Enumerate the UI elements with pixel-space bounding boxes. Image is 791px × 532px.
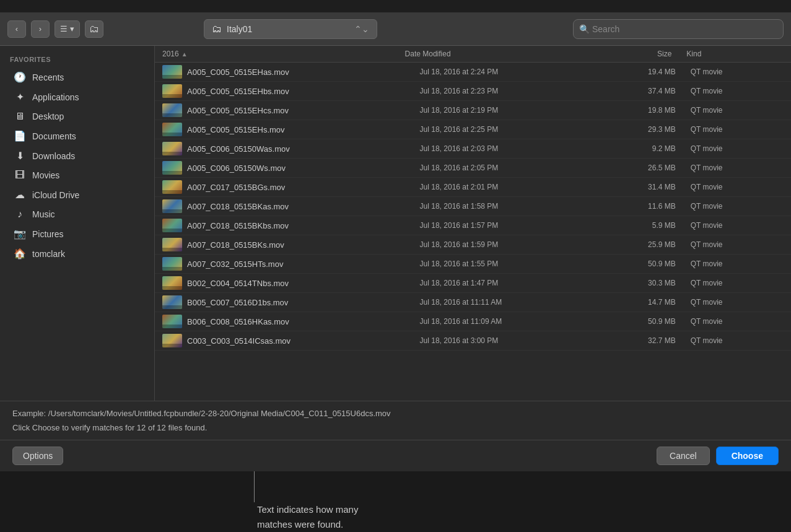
- sidebar-item-label: Recents: [32, 72, 64, 82]
- table-row[interactable]: B005_C007_0516D1bs.mov Jul 18, 2016 at 1…: [155, 293, 791, 312]
- file-kind: QT movie: [676, 125, 784, 134]
- file-thumbnail: [162, 103, 182, 117]
- sidebar-item-documents[interactable]: 📄 Documents: [4, 126, 151, 146]
- location-selector[interactable]: 🗂 Italy01 ⌃⌄: [204, 19, 377, 39]
- back-button[interactable]: ‹: [7, 20, 26, 38]
- file-size: 30.3 MB: [594, 279, 675, 287]
- sidebar-item-tomclark[interactable]: 🏠 tomclark: [4, 244, 151, 263]
- file-name: A007_C032_0515HTs.mov: [187, 259, 420, 269]
- table-row[interactable]: A007_C018_0515BKbs.mov Jul 18, 2016 at 1…: [155, 216, 791, 235]
- new-folder-button[interactable]: 🗂: [85, 20, 103, 38]
- annotation-area: Text indicates how many matches were fou…: [0, 471, 791, 532]
- desktop-icon: 🖥: [14, 111, 26, 122]
- example-label: Example:: [12, 409, 46, 418]
- table-row[interactable]: A007_C018_0515BKas.mov Jul 18, 2016 at 1…: [155, 197, 791, 216]
- sidebar-item-label: Desktop: [32, 111, 64, 121]
- file-name: B006_C008_0516HKas.mov: [187, 317, 420, 326]
- file-kind: QT movie: [676, 202, 784, 211]
- table-row[interactable]: B002_C004_0514TNbs.mov Jul 18, 2016 at 1…: [155, 274, 791, 293]
- table-row[interactable]: C003_C003_0514ICsas.mov Jul 18, 2016 at …: [155, 331, 791, 351]
- file-size: 32.7 MB: [594, 336, 675, 345]
- sidebar-item-icloud[interactable]: ☁ iCloud Drive: [4, 185, 151, 204]
- file-kind: QT movie: [676, 164, 784, 172]
- search-input[interactable]: [573, 19, 784, 39]
- file-thumbnail: [162, 257, 182, 271]
- file-thumbnail: [162, 65, 182, 79]
- table-row[interactable]: A007_C018_0515BKs.mov Jul 18, 2016 at 1:…: [155, 235, 791, 255]
- sidebar-item-applications[interactable]: ✦ Applications: [4, 87, 151, 107]
- icloud-icon: ☁: [14, 189, 26, 201]
- view-menu-button[interactable]: ☰ ▾: [55, 20, 80, 38]
- sidebar-item-label: Applications: [32, 92, 79, 102]
- options-button[interactable]: Options: [12, 447, 63, 465]
- sidebar-item-label: Movies: [32, 170, 59, 180]
- recents-icon: 🕐: [14, 71, 26, 83]
- file-date: Jul 18, 2016 at 1:47 PM: [420, 279, 595, 287]
- file-size: 5.9 MB: [594, 221, 675, 230]
- file-size: 14.7 MB: [594, 298, 675, 307]
- table-row[interactable]: A005_C005_0515EHs.mov Jul 18, 2016 at 2:…: [155, 120, 791, 139]
- file-size: 31.4 MB: [594, 183, 675, 191]
- toolbar: ‹ › ☰ ▾ 🗂 🗂 Italy01 ⌃⌄ 🔍: [0, 12, 791, 46]
- annotation-line: Text indicates how many matches were fou…: [0, 471, 791, 532]
- sidebar-item-desktop[interactable]: 🖥 Desktop: [4, 107, 151, 126]
- column-date[interactable]: Date Modified: [405, 50, 587, 58]
- column-kind[interactable]: Kind: [671, 50, 784, 58]
- column-size[interactable]: Size: [587, 50, 671, 58]
- main-area: Favorites 🕐 Recents ✦ Applications 🖥 Des…: [0, 46, 791, 401]
- file-rows: A005_C005_0515EHas.mov Jul 18, 2016 at 2…: [155, 63, 791, 401]
- file-kind: QT movie: [676, 240, 784, 249]
- column-name[interactable]: 2016 ▲: [162, 50, 405, 58]
- sidebar-item-recents[interactable]: 🕐 Recents: [4, 68, 151, 87]
- sidebar-item-label: tomclark: [32, 249, 65, 259]
- table-row[interactable]: A005_C005_0515EHcs.mov Jul 18, 2016 at 2…: [155, 101, 791, 120]
- file-name: A007_C018_0515BKbs.mov: [187, 221, 420, 230]
- applications-icon: ✦: [14, 91, 26, 103]
- table-row[interactable]: A005_C005_0515EHbs.mov Jul 18, 2016 at 2…: [155, 82, 791, 101]
- file-size: 19.4 MB: [594, 68, 675, 76]
- file-date: Jul 18, 2016 at 2:24 PM: [420, 68, 595, 76]
- file-kind: QT movie: [676, 317, 784, 326]
- sidebar-item-music[interactable]: ♪ Music: [4, 205, 151, 224]
- file-kind: QT movie: [676, 68, 784, 76]
- file-thumbnail: [162, 161, 182, 175]
- file-thumbnail: [162, 295, 182, 309]
- folder-icon: 🗂: [89, 24, 99, 35]
- file-name: A007_C018_0515BKas.mov: [187, 202, 420, 211]
- table-row[interactable]: A007_C032_0515HTs.mov Jul 18, 2016 at 1:…: [155, 255, 791, 274]
- sidebar-item-movies[interactable]: 🎞 Movies: [4, 166, 151, 185]
- file-list-area: 2016 ▲ Date Modified Size Kind A005_C005…: [155, 46, 791, 401]
- table-row[interactable]: A005_C006_05150Was.mov Jul 18, 2016 at 2…: [155, 139, 791, 159]
- file-thumbnail: [162, 238, 182, 251]
- file-date: Jul 18, 2016 at 1:58 PM: [420, 202, 595, 211]
- file-name: B002_C004_0514TNbs.mov: [187, 279, 420, 288]
- forward-button[interactable]: ›: [31, 20, 50, 38]
- table-row[interactable]: B006_C008_0516HKas.mov Jul 18, 2016 at 1…: [155, 312, 791, 331]
- location-label: Italy01: [227, 24, 252, 34]
- sidebar-item-downloads[interactable]: ⬇ Downloads: [4, 146, 151, 165]
- movies-icon: 🎞: [14, 170, 26, 181]
- file-size: 25.9 MB: [594, 240, 675, 249]
- file-size: 37.4 MB: [594, 87, 675, 95]
- file-kind: QT movie: [676, 298, 784, 307]
- file-name: A005_C006_05150Was.mov: [187, 144, 420, 154]
- choose-button[interactable]: Choose: [716, 447, 779, 465]
- sidebar-item-label: Documents: [32, 131, 76, 141]
- button-bar: Options Cancel Choose: [0, 440, 791, 471]
- cancel-button[interactable]: Cancel: [657, 447, 710, 465]
- table-row[interactable]: A007_C017_0515BGs.mov Jul 18, 2016 at 2:…: [155, 178, 791, 197]
- documents-icon: 📄: [14, 130, 26, 142]
- sidebar-item-label: Pictures: [32, 229, 64, 239]
- file-date: Jul 18, 2016 at 2:25 PM: [420, 125, 595, 134]
- menu-lines-icon: ☰: [60, 24, 68, 33]
- table-row[interactable]: A005_C006_05150Ws.mov Jul 18, 2016 at 2:…: [155, 159, 791, 178]
- file-kind: QT movie: [676, 144, 784, 153]
- table-row[interactable]: A005_C005_0515EHas.mov Jul 18, 2016 at 2…: [155, 63, 791, 82]
- file-date: Jul 18, 2016 at 11:09 AM: [420, 317, 595, 326]
- file-date: Jul 18, 2016 at 1:57 PM: [420, 221, 595, 230]
- file-size: 26.5 MB: [594, 164, 675, 172]
- sidebar-item-pictures[interactable]: 📷 Pictures: [4, 224, 151, 243]
- sidebar-item-label: iCloud Drive: [32, 190, 79, 200]
- sidebar-item-label: Music: [32, 209, 55, 219]
- file-size: 50.9 MB: [594, 317, 675, 326]
